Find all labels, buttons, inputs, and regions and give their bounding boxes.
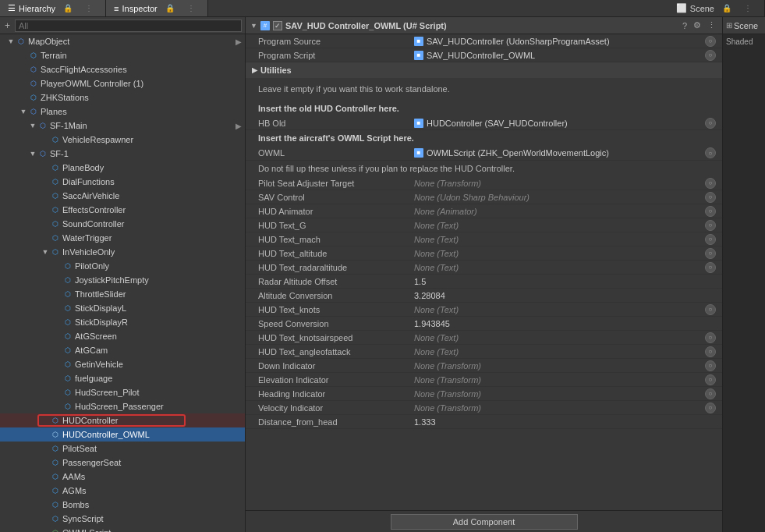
- tree-item-agms[interactable]: ⬡ AGMs: [0, 484, 245, 498]
- field-label-velocity-indicator: Velocity Indicator: [258, 403, 414, 413]
- component-more-button[interactable]: ⋮: [706, 20, 717, 30]
- tab-hierarchy[interactable]: ☰ Hierarchy 🔒 ⋮: [0, 0, 106, 16]
- tree-label-passengerseat: PassengerSeat: [62, 458, 121, 467]
- field-label-radar-offset: Radar Altitude Offset: [258, 277, 414, 286]
- tree-item-joystickpitch[interactable]: ⬡ JoystickPitchEmpty: [0, 273, 245, 287]
- scene-lock-icon[interactable]: 🔒: [717, 4, 736, 12]
- field-row-sav-control: SAV Control None (Udon Sharp Behaviour) …: [246, 190, 722, 204]
- tree-item-bombs[interactable]: ⬡ Bombs: [0, 498, 245, 512]
- program-source-btn[interactable]: ○: [705, 36, 716, 47]
- tree-item-stickdisplayr[interactable]: ⬡ StickDisplayR: [0, 315, 245, 329]
- tree-item-saccairvehicle[interactable]: ⬡ SaccAirVehicle: [0, 189, 245, 203]
- component-checkbox[interactable]: [273, 21, 282, 30]
- tree-item-getinvehicle[interactable]: ⬡ GetinVehicle: [0, 357, 245, 371]
- tree-item-playerowml[interactable]: ⬡ PlayerOWML Controller (1): [0, 76, 245, 90]
- program-script-btn[interactable]: ○: [705, 50, 716, 61]
- tree-item-effectscontroller[interactable]: ⬡ EffectsController: [0, 203, 245, 217]
- add-component-button[interactable]: Add Component: [391, 514, 578, 530]
- hud-textmach-text: None (Text): [414, 235, 459, 244]
- sav-control-btn[interactable]: ○: [705, 192, 716, 203]
- hud-textaltitude-btn[interactable]: ○: [705, 248, 716, 259]
- tree-item-owmlscript[interactable]: ⬡ OWMLScript: [0, 526, 245, 532]
- inspector-more-icon[interactable]: ⋮: [182, 4, 200, 12]
- tree-item-invehicleonly[interactable]: ▼ ⬡ InVehicleOnly: [0, 245, 245, 259]
- tree-arrow-mapobject: ▼: [6, 37, 16, 45]
- tree-item-saccflight[interactable]: ⬡ SaccFlightAccessories: [0, 62, 245, 76]
- tree-label-terrain: Terrain: [41, 51, 67, 60]
- hierarchy-tree: ▼ ⬡ MapObject ▶ ⬡ Terrain ⬡ SaccFlightAc…: [0, 34, 245, 532]
- field-row-hud-textg: HUD Text_G None (Text) ○: [246, 218, 722, 232]
- tab-inspector[interactable]: ≡ Inspector 🔒 ⋮: [106, 0, 208, 16]
- tree-item-pilotseat[interactable]: ⬡ PilotSeat: [0, 442, 245, 456]
- tree-item-soundcontroller[interactable]: ⬡ SoundController: [0, 217, 245, 231]
- field-label-program-source: Program Source: [258, 37, 414, 46]
- field-row-distance-head: Distance_from_head 1.333: [246, 415, 722, 429]
- section-utilities[interactable]: ▶ Utilities: [246, 62, 722, 78]
- tree-item-sf1main[interactable]: ▼ ⬡ SF-1Main ▶: [0, 119, 245, 133]
- tree-item-dialfunctions[interactable]: ⬡ DialFunctions: [0, 175, 245, 189]
- field-label-aoa: HUD Text_angleofattack: [258, 347, 414, 356]
- tree-item-planes[interactable]: ▼ ⬡ Planes: [0, 105, 245, 119]
- tree-label-watertrigger: WaterTrigger: [62, 233, 112, 243]
- tree-item-stickdisplayl[interactable]: ⬡ StickDisplayL: [0, 301, 245, 315]
- heading-indicator-btn[interactable]: ○: [705, 388, 716, 399]
- component-help-button[interactable]: ?: [681, 20, 689, 30]
- tree-item-fuelguage[interactable]: ⬡ fuelguage: [0, 371, 245, 385]
- tree-item-pilotonly[interactable]: ⬡ PilotOnly: [0, 259, 245, 273]
- tree-item-throttleslider[interactable]: ⬡ ThrottleSlider: [0, 287, 245, 301]
- field-row-hud-textmach: HUD Text_mach None (Text) ○: [246, 232, 722, 246]
- tree-item-mapobject[interactable]: ▼ ⬡ MapObject ▶: [0, 34, 245, 48]
- tree-item-hudpassenger[interactable]: ⬡ HudScreen_Passenger: [0, 399, 245, 413]
- tree-item-planebody[interactable]: ⬡ PlaneBody: [0, 161, 245, 175]
- hierarchy-more-icon[interactable]: ⋮: [80, 4, 97, 12]
- velocity-indicator-btn[interactable]: ○: [705, 403, 716, 413]
- tree-icon-throttleslider: ⬡: [62, 289, 73, 300]
- field-label-hb-old: HB Old: [258, 119, 414, 128]
- hud-textg-btn[interactable]: ○: [705, 220, 716, 231]
- owml-btn[interactable]: ○: [705, 147, 716, 158]
- tree-item-hudpilot[interactable]: ⬡ HudScreen_Pilot: [0, 385, 245, 399]
- speed-conv-text: 1.943845: [414, 319, 450, 328]
- down-indicator-btn[interactable]: ○: [705, 360, 716, 371]
- tree-icon-terrain: ⬡: [28, 50, 39, 61]
- tab-scene[interactable]: ⬜ Scene 🔒 ⋮: [668, 0, 765, 16]
- tree-label-atgcam: AtGCam: [75, 346, 108, 355]
- tree-item-passengerseat[interactable]: ⬡ PassengerSeat: [0, 456, 245, 470]
- inspector-lock-icon[interactable]: 🔒: [161, 4, 179, 12]
- tree-icon-hudcontroller: ⬡: [50, 415, 61, 426]
- aoa-btn[interactable]: ○: [705, 346, 716, 357]
- tree-item-terrain[interactable]: ⬡ Terrain: [0, 48, 245, 62]
- knotsairspeed-btn[interactable]: ○: [705, 332, 716, 343]
- tree-icon-hudpassenger: ⬡: [62, 401, 73, 412]
- hud-knots-btn[interactable]: ○: [705, 304, 716, 315]
- tree-item-watertrigger[interactable]: ⬡ WaterTrigger: [0, 231, 245, 245]
- tree-item-zhk[interactable]: ⬡ ZHKStations: [0, 90, 245, 105]
- hierarchy-lock-icon[interactable]: 🔒: [58, 4, 77, 12]
- tree-label-dialfunctions: DialFunctions: [62, 177, 115, 186]
- hb-old-btn[interactable]: ○: [705, 118, 716, 129]
- tree-item-hudcontroller-owml[interactable]: ⬡ HUDController_OWML: [0, 427, 245, 442]
- scene-more-icon[interactable]: ⋮: [739, 4, 756, 12]
- hud-animator-btn[interactable]: ○: [705, 206, 716, 217]
- field-row-down-indicator: Down Indicator None (Transform) ○: [246, 359, 722, 373]
- hierarchy-search-bar: +: [0, 17, 245, 34]
- tree-item-vehiclerespawner[interactable]: ⬡ VehicleRespawner: [0, 133, 245, 147]
- field-label-hud-radaralt: HUD Text_radaraltitude: [258, 263, 414, 272]
- tree-item-atgcam[interactable]: ⬡ AtGCam: [0, 343, 245, 357]
- pilot-seat-btn[interactable]: ○: [705, 178, 716, 189]
- hierarchy-add-button[interactable]: +: [3, 20, 12, 31]
- tree-item-syncscript[interactable]: ⬡ SyncScript: [0, 512, 245, 526]
- tree-label-zhk: ZHKStations: [41, 93, 89, 102]
- hud-radaralt-btn[interactable]: ○: [705, 262, 716, 273]
- tree-item-sf1[interactable]: ▼ ⬡ SF-1: [0, 147, 245, 161]
- hud-textmach-btn[interactable]: ○: [705, 234, 716, 245]
- component-fold-arrow[interactable]: ▼: [250, 22, 257, 30]
- hierarchy-search-input[interactable]: [15, 20, 242, 32]
- aoa-text: None (Text): [414, 347, 459, 356]
- tree-item-atgscreen[interactable]: ⬡ AtGScreen: [0, 329, 245, 343]
- elevation-indicator-btn[interactable]: ○: [705, 374, 716, 385]
- component-settings-button[interactable]: ⚙: [692, 20, 703, 30]
- field-value-owml: ■ OWMLScript (ZHK_OpenWorldMovementLogic…: [414, 147, 716, 158]
- tree-item-hudcontroller[interactable]: ⬡ HUDController: [0, 413, 245, 427]
- tree-item-aams[interactable]: ⬡ AAMs: [0, 470, 245, 484]
